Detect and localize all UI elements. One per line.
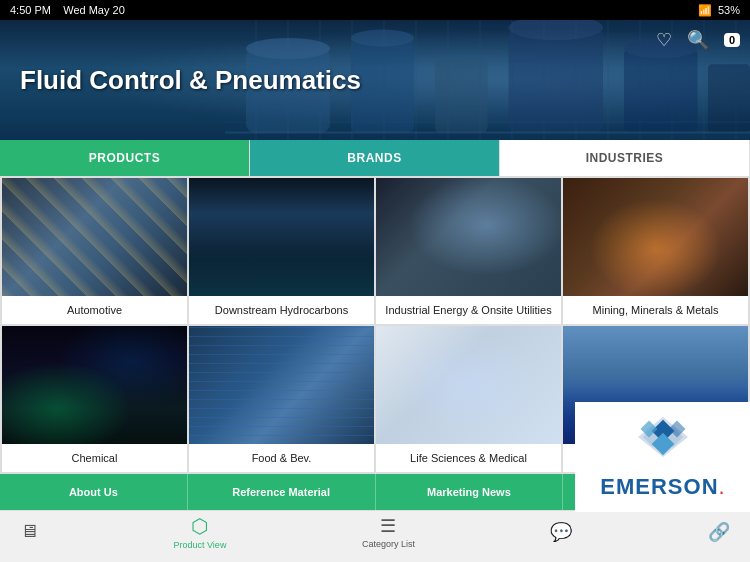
grid-label-chemical: Chemical [68,444,122,472]
emerson-period: . [719,474,725,500]
category-list-button[interactable]: ☰ Category List [362,515,415,549]
nav-tab-brands[interactable]: BRANDS [250,140,500,176]
category-list-label: Category List [362,539,415,549]
emerson-name: EMERSON [600,474,718,500]
emerson-diamond-icon [633,415,693,460]
wifi-icon: 📶 [698,4,712,17]
status-bar: 4:50 PM Wed May 20 📶 53% [0,0,750,20]
cart-badge[interactable]: 0 [724,33,740,47]
chat-icon: 💬 [550,521,572,543]
svg-point-3 [351,30,414,47]
grid-item-industrial[interactable]: Industrial Energy & Onsite Utilities [376,178,561,324]
nav-tab-industries[interactable]: INDUSTRIES [500,140,750,176]
hero-banner: Fluid Control & Pneumatics ♡ 🔍 0 [0,20,750,140]
status-right: 📶 53% [698,4,740,17]
grid-item-automotive[interactable]: Automotive [2,178,187,324]
svg-rect-7 [624,49,698,133]
share-button[interactable]: 🔗 [708,521,730,543]
search-icon[interactable]: 🔍 [687,29,709,51]
product-view-label: Product View [174,540,227,550]
emerson-logo-section: EMERSON. [575,402,750,512]
hero-icons: ♡ 🔍 0 [656,20,740,60]
svg-point-1 [246,38,330,59]
grid-label-automotive: Automotive [63,296,126,324]
monitor-view-button[interactable]: 🖥 [20,521,38,542]
grid-label-industrial: Industrial Energy & Onsite Utilities [381,296,555,324]
grid-item-food[interactable]: Food & Bev. [189,326,374,472]
footer-bar: 🖥 ⬡ Product View ☰ Category List 💬 🔗 [0,510,750,552]
bottom-nav-marketing[interactable]: Marketing News [376,474,564,510]
emerson-logo: EMERSON. [600,415,724,500]
status-time: 4:50 PM Wed May 20 [10,4,125,16]
grid-label-food: Food & Bev. [248,444,316,472]
hero-title: Fluid Control & Pneumatics [0,65,361,96]
category-list-icon: ☰ [380,515,396,537]
grid-item-mining[interactable]: Mining, Minerals & Metals [563,178,748,324]
nav-tabs: PRODUCTSBRANDSINDUSTRIES [0,140,750,176]
grid-label-lifesciences: Life Sciences & Medical [406,444,531,472]
grid-item-downstream[interactable]: Downstream Hydrocarbons [189,178,374,324]
bottom-nav-about[interactable]: About Us [0,474,188,510]
share-icon: 🔗 [708,521,730,543]
chat-button[interactable]: 💬 [550,521,572,543]
grid-label-mining: Mining, Minerals & Metals [589,296,723,324]
bottom-nav-reference[interactable]: Reference Material [188,474,376,510]
monitor-icon: 🖥 [20,521,38,542]
nav-tab-products[interactable]: PRODUCTS [0,140,250,176]
grid-item-lifesciences[interactable]: Life Sciences & Medical [376,326,561,472]
product-view-button[interactable]: ⬡ Product View [174,514,227,550]
product-view-icon: ⬡ [191,514,208,538]
grid-label-downstream: Downstream Hydrocarbons [211,296,352,324]
battery-icon: 53% [718,4,740,16]
favorite-icon[interactable]: ♡ [656,29,672,51]
svg-rect-5 [509,28,604,133]
grid-item-chemical[interactable]: Chemical [2,326,187,472]
